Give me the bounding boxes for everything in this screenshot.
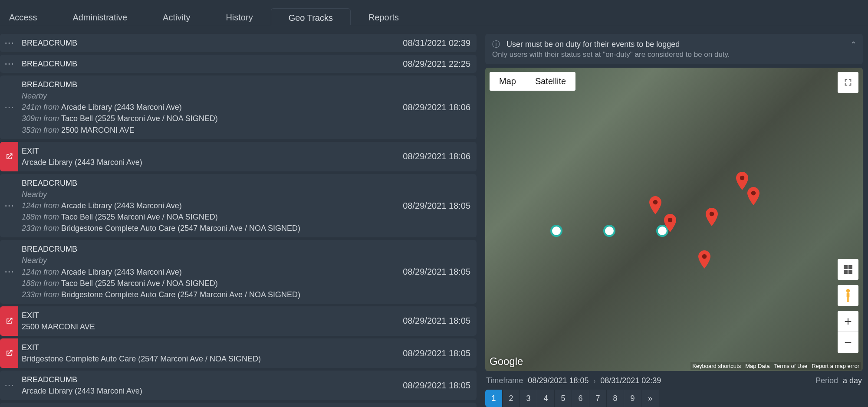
tab-bar: Access Administrative Activity History G…	[0, 0, 868, 25]
tab-activity[interactable]: Activity	[145, 8, 208, 25]
map-data-link[interactable]: Map Data	[745, 363, 769, 369]
map-marker-pin[interactable]	[664, 214, 676, 231]
svg-point-8	[653, 200, 658, 204]
map-marker-pin[interactable]	[649, 196, 661, 213]
ellipsis-icon[interactable]	[0, 403, 18, 407]
event-body: BREADCRUMB08/31/2021 02:39	[18, 34, 477, 52]
event-row[interactable]: EXIT2500 MARCONI AVE08/29/2021 18:05	[0, 306, 477, 336]
ellipsis-icon[interactable]	[0, 240, 18, 303]
pagination-page-button[interactable]: 5	[555, 390, 572, 407]
event-row[interactable]: BREADCRUMBNearby241m from Arcade Library…	[0, 75, 477, 139]
pagination-page-button[interactable]: 3	[520, 390, 537, 407]
report-map-error-link[interactable]: Report a map error	[812, 363, 859, 369]
event-type-label: BREADCRUMB	[22, 374, 394, 385]
duty-info-title: User must be on duty for their events to…	[506, 40, 680, 49]
event-timestamp: 08/29/2021 18:05	[403, 201, 470, 211]
event-row[interactable]: BREADCRUMBNearby124m from Arcade Library…	[0, 240, 477, 303]
duty-info-box[interactable]: ⓘ User must be on duty for their events …	[485, 34, 863, 64]
event-body: EXIT2500 MARCONI AVE08/29/2021 18:05	[18, 306, 477, 336]
exit-icon[interactable]	[0, 306, 18, 336]
nearby-line: 124m from Arcade Library (2443 Marconi A…	[22, 200, 394, 211]
event-row[interactable]: BREADCRUMBArcade Library (2443 Marconi A…	[0, 403, 477, 407]
map-marker-pin[interactable]	[747, 187, 760, 204]
google-logo: Google	[490, 355, 523, 368]
ellipsis-icon[interactable]	[0, 371, 18, 400]
nearby-label: Nearby	[22, 255, 394, 266]
exit-icon[interactable]	[0, 338, 18, 368]
chevron-up-icon[interactable]: ⌃	[850, 40, 857, 49]
event-timestamp: 08/29/2021 18:05	[403, 348, 470, 358]
ellipsis-icon[interactable]	[0, 55, 18, 73]
event-row[interactable]: BREADCRUMBArcade Library (2443 Marconi A…	[0, 371, 477, 400]
event-row[interactable]: EXITBridgestone Complete Auto Care (2547…	[0, 338, 477, 368]
event-body: BREADCRUMBNearby124m from Arcade Library…	[18, 174, 477, 237]
map-marker-circle[interactable]	[603, 225, 616, 238]
event-type-label: EXIT	[22, 310, 394, 321]
event-type-label: EXIT	[22, 145, 394, 157]
pagination-page-button[interactable]: 9	[624, 390, 641, 407]
event-text: EXITBridgestone Complete Auto Care (2547…	[22, 342, 394, 364]
event-type-label: BREADCRUMB	[22, 79, 394, 90]
event-type-label: EXIT	[22, 342, 394, 353]
duty-info-subtitle: Only users with their status set at "on-…	[492, 50, 856, 59]
ellipsis-icon[interactable]	[0, 174, 18, 237]
terms-of-use-link[interactable]: Terms of Use	[774, 363, 808, 369]
pagination-page-button[interactable]: 8	[607, 390, 624, 407]
event-type-label: BREADCRUMB	[22, 37, 394, 49]
nearby-label: Nearby	[22, 90, 394, 102]
map-marker-pin[interactable]	[736, 172, 748, 189]
event-body: EXITBridgestone Complete Auto Care (2547…	[18, 338, 477, 368]
map-marker-pin[interactable]	[706, 208, 718, 225]
tab-access[interactable]: Access	[0, 8, 55, 25]
event-row[interactable]: BREADCRUMB08/29/2021 22:25	[0, 55, 477, 73]
ellipsis-icon[interactable]	[0, 75, 18, 139]
map-type-map-button[interactable]: Map	[490, 72, 526, 91]
event-row[interactable]: EXITArcade Library (2443 Marconi Ave)08/…	[0, 142, 477, 171]
event-row[interactable]: BREADCRUMB08/31/2021 02:39	[0, 34, 477, 52]
svg-rect-3	[848, 270, 852, 274]
tab-reports[interactable]: Reports	[351, 8, 417, 25]
period-display: Period a day	[815, 376, 862, 385]
event-timestamp: 08/29/2021 22:25	[403, 59, 470, 69]
street-view-pegman[interactable]	[838, 285, 858, 306]
zoom-in-button[interactable]: +	[838, 311, 858, 332]
svg-rect-0	[844, 265, 848, 269]
nearby-line: 233m from Bridgestone Complete Auto Care…	[22, 289, 394, 300]
zoom-control: + −	[838, 311, 858, 353]
tab-geo-tracks[interactable]: Geo Tracks	[271, 8, 351, 25]
tab-history[interactable]: History	[208, 8, 270, 25]
event-text: EXITArcade Library (2443 Marconi Ave)	[22, 145, 394, 168]
ellipsis-icon[interactable]	[0, 34, 18, 52]
nearby-line: 188m from Taco Bell (2525 Marconi Ave / …	[22, 211, 394, 223]
timeframe-start: 08/29/2021 18:05	[528, 376, 589, 385]
event-row[interactable]: BREADCRUMBNearby124m from Arcade Library…	[0, 174, 477, 237]
nearby-line: 241m from Arcade Library (2443 Marconi A…	[22, 102, 394, 113]
event-timestamp: 08/29/2021 18:05	[403, 316, 470, 326]
zoom-out-button[interactable]: −	[838, 332, 858, 353]
pagination-page-button[interactable]: 2	[503, 390, 520, 407]
tab-administrative[interactable]: Administrative	[55, 8, 145, 25]
tilt-view-button[interactable]	[838, 259, 858, 280]
map-canvas[interactable]: Map Satellite + − Google	[485, 68, 863, 371]
pagination-page-button[interactable]: 6	[572, 390, 589, 407]
event-body: BREADCRUMBArcade Library (2443 Marconi A…	[18, 403, 477, 407]
keyboard-shortcuts-link[interactable]: Keyboard shortcuts	[692, 363, 741, 369]
map-marker-circle[interactable]	[550, 225, 563, 238]
event-place: Bridgestone Complete Auto Care (2547 Mar…	[22, 353, 394, 364]
pagination-page-button[interactable]: 4	[537, 390, 555, 407]
pagination-page-button[interactable]: 7	[589, 390, 607, 407]
pagination: 123456789»	[485, 390, 863, 407]
fullscreen-button[interactable]	[838, 72, 858, 93]
map-attribution: Keyboard shortcuts Map Data Terms of Use…	[690, 362, 861, 370]
pagination-page-button[interactable]: 1	[485, 390, 503, 407]
nearby-line: 124m from Arcade Library (2443 Marconi A…	[22, 266, 394, 278]
event-place: Arcade Library (2443 Marconi Ave)	[22, 157, 394, 168]
timeframe-end: 08/31/2021 02:39	[600, 376, 661, 385]
exit-icon[interactable]	[0, 142, 18, 171]
map-marker-pin[interactable]	[698, 250, 710, 268]
timeframe-label: Timeframe	[486, 376, 523, 385]
pagination-next-button[interactable]: »	[641, 390, 659, 407]
event-text: BREADCRUMB	[22, 58, 394, 69]
svg-point-13	[751, 190, 756, 195]
map-type-satellite-button[interactable]: Satellite	[526, 72, 575, 91]
